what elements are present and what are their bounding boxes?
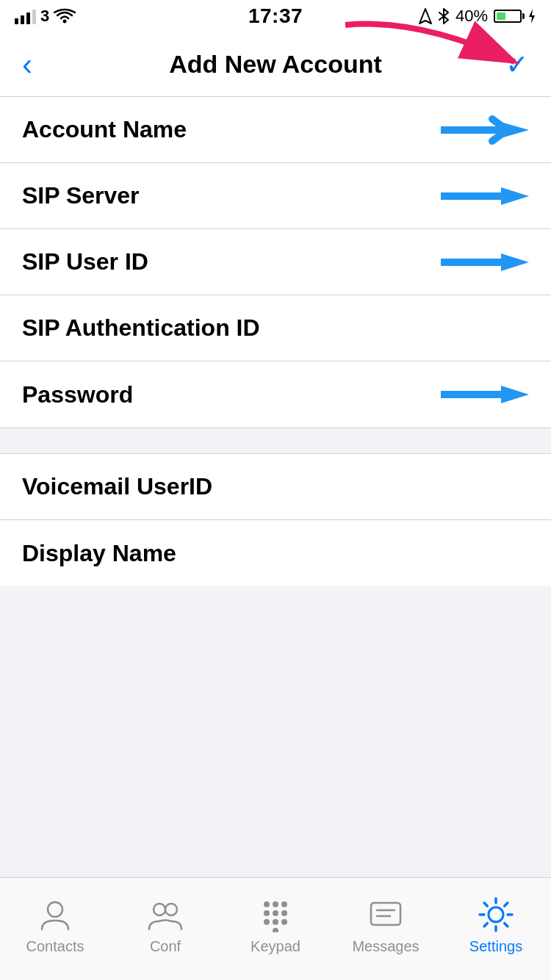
tab-messages-label: Messages bbox=[352, 938, 419, 955]
status-right: 40% bbox=[419, 7, 536, 26]
display-name-row[interactable]: Display Name bbox=[0, 520, 551, 586]
battery-percent: 40% bbox=[455, 7, 488, 26]
svg-marker-5 bbox=[501, 386, 529, 403]
password-row[interactable]: Password bbox=[0, 361, 551, 428]
confirm-button[interactable]: ✓ bbox=[505, 48, 529, 81]
tab-contacts[interactable]: Contacts bbox=[11, 896, 99, 955]
account-name-row[interactable]: Account Name bbox=[0, 97, 551, 163]
svg-point-11 bbox=[281, 901, 287, 907]
tab-conf[interactable]: Conf bbox=[121, 896, 209, 955]
svg-point-0 bbox=[63, 20, 67, 24]
svg-point-17 bbox=[281, 919, 287, 925]
conf-icon bbox=[146, 896, 184, 934]
svg-point-18 bbox=[273, 928, 278, 932]
sip-user-id-label: SIP User ID bbox=[22, 248, 148, 275]
svg-marker-3 bbox=[501, 187, 529, 205]
messages-icon bbox=[367, 896, 405, 934]
svg-point-14 bbox=[281, 910, 287, 916]
tab-conf-label: Conf bbox=[150, 938, 181, 955]
svg-point-8 bbox=[165, 904, 177, 915]
nav-bar: ‹ Add New Account ✓ bbox=[0, 32, 551, 97]
tab-contacts-label: Contacts bbox=[26, 938, 84, 955]
form-section-1: Account Name SIP Server SIP User ID SIP … bbox=[0, 97, 551, 428]
tab-bar: Contacts Conf bbox=[0, 877, 551, 980]
back-button[interactable]: ‹ bbox=[22, 47, 32, 82]
sip-auth-id-row[interactable]: SIP Authentication ID bbox=[0, 295, 551, 361]
sip-user-id-arrow bbox=[441, 244, 529, 281]
charging-icon bbox=[527, 8, 536, 24]
settings-icon bbox=[477, 896, 515, 934]
status-left: 3 bbox=[15, 7, 76, 26]
svg-rect-19 bbox=[371, 903, 400, 925]
svg-marker-2 bbox=[503, 123, 529, 137]
svg-marker-4 bbox=[501, 253, 529, 271]
sip-server-row[interactable]: SIP Server bbox=[0, 163, 551, 229]
signal-icon bbox=[15, 8, 36, 24]
display-name-label: Display Name bbox=[22, 540, 176, 567]
voicemail-userid-label: Voicemail UserID bbox=[22, 473, 212, 500]
svg-point-15 bbox=[264, 919, 270, 925]
svg-point-16 bbox=[273, 919, 278, 925]
account-name-arrow bbox=[441, 112, 529, 148]
svg-point-12 bbox=[264, 910, 270, 916]
section-divider bbox=[0, 428, 551, 454]
svg-point-7 bbox=[154, 904, 165, 915]
form-section-2: Voicemail UserID Display Name bbox=[0, 454, 551, 586]
bluetooth-icon bbox=[438, 8, 450, 24]
account-name-label: Account Name bbox=[22, 116, 187, 143]
svg-point-10 bbox=[273, 901, 278, 907]
voicemail-userid-row[interactable]: Voicemail UserID bbox=[0, 454, 551, 520]
status-time: 17:37 bbox=[248, 4, 303, 28]
sip-auth-id-label: SIP Authentication ID bbox=[22, 314, 260, 342]
page-title: Add New Account bbox=[169, 50, 382, 79]
sip-user-id-row[interactable]: SIP User ID bbox=[0, 229, 551, 295]
tab-settings[interactable]: Settings bbox=[452, 896, 540, 955]
tab-keypad-label: Keypad bbox=[251, 938, 300, 955]
svg-point-6 bbox=[48, 902, 62, 917]
svg-point-13 bbox=[273, 910, 278, 916]
svg-point-9 bbox=[264, 901, 270, 907]
password-label: Password bbox=[22, 381, 133, 408]
password-arrow bbox=[441, 376, 529, 413]
status-bar: 3 17:37 40% bbox=[0, 0, 551, 32]
sip-server-label: SIP Server bbox=[22, 182, 140, 209]
carrier-label: 3 bbox=[40, 7, 49, 26]
tab-settings-label: Settings bbox=[469, 938, 522, 955]
tab-keypad[interactable]: Keypad bbox=[231, 896, 320, 955]
contacts-icon bbox=[36, 896, 74, 934]
battery-icon bbox=[494, 10, 522, 23]
tab-messages[interactable]: Messages bbox=[342, 896, 430, 955]
location-icon bbox=[419, 8, 432, 24]
sip-server-arrow bbox=[441, 178, 529, 215]
wifi-icon bbox=[54, 8, 76, 24]
keypad-icon bbox=[256, 896, 295, 934]
